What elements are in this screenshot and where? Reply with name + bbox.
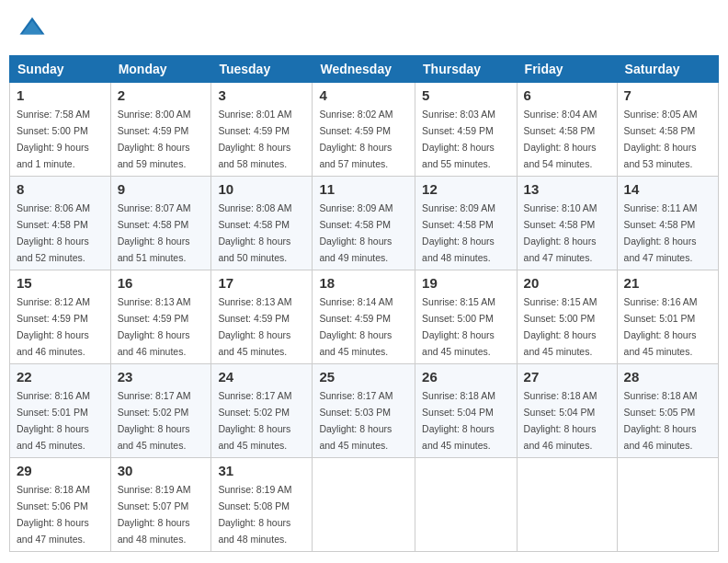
day-number: 15	[17, 275, 104, 291]
calendar-cell	[517, 458, 617, 552]
calendar-cell: 13 Sunrise: 8:10 AMSunset: 4:58 PMDaylig…	[517, 177, 617, 270]
calendar-week-row: 29 Sunrise: 8:18 AMSunset: 5:06 PMDaylig…	[10, 458, 719, 552]
calendar-cell	[617, 458, 718, 552]
calendar-cell: 2 Sunrise: 8:00 AMSunset: 4:59 PMDayligh…	[110, 83, 211, 177]
calendar-cell: 11 Sunrise: 8:09 AMSunset: 4:58 PMDaylig…	[313, 177, 415, 270]
logo	[18, 14, 51, 41]
weekday-header: Friday	[517, 56, 617, 83]
day-info: Sunrise: 8:18 AMSunset: 5:06 PMDaylight:…	[17, 484, 90, 545]
calendar-cell: 1 Sunrise: 7:58 AMSunset: 5:00 PMDayligh…	[10, 83, 111, 177]
day-info: Sunrise: 8:09 AMSunset: 4:58 PMDaylight:…	[319, 202, 392, 263]
calendar-cell: 4 Sunrise: 8:02 AMSunset: 4:59 PMDayligh…	[313, 83, 415, 177]
day-number: 20	[524, 275, 610, 291]
day-info: Sunrise: 8:15 AMSunset: 5:00 PMDaylight:…	[422, 296, 495, 357]
calendar-cell	[415, 458, 518, 552]
weekday-header: Sunday	[10, 56, 111, 83]
day-info: Sunrise: 8:19 AMSunset: 5:07 PMDaylight:…	[118, 484, 191, 545]
day-number: 6	[524, 87, 610, 103]
calendar-cell: 16 Sunrise: 8:13 AMSunset: 4:59 PMDaylig…	[110, 270, 211, 364]
day-info: Sunrise: 8:16 AMSunset: 5:01 PMDaylight:…	[17, 390, 90, 451]
day-number: 10	[218, 181, 305, 197]
day-info: Sunrise: 8:19 AMSunset: 5:08 PMDaylight:…	[218, 484, 291, 545]
day-info: Sunrise: 8:05 AMSunset: 4:58 PMDaylight:…	[624, 109, 698, 169]
day-info: Sunrise: 8:08 AMSunset: 4:58 PMDaylight:…	[218, 202, 291, 263]
calendar-cell: 6 Sunrise: 8:04 AMSunset: 4:58 PMDayligh…	[517, 83, 617, 177]
day-info: Sunrise: 8:13 AMSunset: 4:59 PMDaylight:…	[218, 296, 291, 357]
day-info: Sunrise: 8:17 AMSunset: 5:02 PMDaylight:…	[218, 390, 291, 451]
page-header	[9, 9, 719, 46]
weekday-header: Thursday	[415, 56, 518, 83]
day-number: 19	[422, 275, 510, 291]
calendar-cell: 14 Sunrise: 8:11 AMSunset: 4:58 PMDaylig…	[617, 177, 718, 270]
calendar-week-row: 1 Sunrise: 7:58 AMSunset: 5:00 PMDayligh…	[10, 83, 719, 177]
calendar-cell: 20 Sunrise: 8:15 AMSunset: 5:00 PMDaylig…	[517, 270, 617, 364]
day-number: 23	[118, 369, 205, 385]
calendar-cell: 12 Sunrise: 8:09 AMSunset: 4:58 PMDaylig…	[415, 177, 518, 270]
calendar-cell: 24 Sunrise: 8:17 AMSunset: 5:02 PMDaylig…	[211, 364, 313, 458]
day-number: 18	[319, 275, 408, 291]
day-number: 9	[118, 181, 205, 197]
calendar-cell: 10 Sunrise: 8:08 AMSunset: 4:58 PMDaylig…	[211, 177, 313, 270]
day-number: 30	[118, 463, 205, 478]
calendar-week-row: 8 Sunrise: 8:06 AMSunset: 4:58 PMDayligh…	[10, 177, 719, 270]
calendar-cell: 18 Sunrise: 8:14 AMSunset: 4:59 PMDaylig…	[313, 270, 415, 364]
day-number: 1	[17, 87, 104, 103]
weekday-header: Saturday	[617, 56, 718, 83]
day-number: 21	[624, 275, 711, 291]
day-number: 29	[17, 463, 104, 478]
day-number: 8	[17, 181, 104, 197]
day-info: Sunrise: 8:02 AMSunset: 4:59 PMDaylight:…	[319, 109, 392, 169]
day-info: Sunrise: 7:58 AMSunset: 5:00 PMDaylight:…	[17, 109, 90, 169]
calendar-cell: 26 Sunrise: 8:18 AMSunset: 5:04 PMDaylig…	[415, 364, 518, 458]
day-info: Sunrise: 8:00 AMSunset: 4:59 PMDaylight:…	[118, 109, 191, 169]
day-number: 22	[17, 369, 104, 385]
calendar-cell: 27 Sunrise: 8:18 AMSunset: 5:04 PMDaylig…	[517, 364, 617, 458]
day-info: Sunrise: 8:15 AMSunset: 5:00 PMDaylight:…	[524, 296, 597, 357]
calendar-cell: 8 Sunrise: 8:06 AMSunset: 4:58 PMDayligh…	[10, 177, 111, 270]
calendar-cell: 30 Sunrise: 8:19 AMSunset: 5:07 PMDaylig…	[110, 458, 211, 552]
weekday-header: Monday	[110, 56, 211, 83]
day-number: 31	[218, 463, 305, 478]
calendar-cell: 21 Sunrise: 8:16 AMSunset: 5:01 PMDaylig…	[617, 270, 718, 364]
logo-icon	[18, 14, 46, 41]
day-info: Sunrise: 8:07 AMSunset: 4:58 PMDaylight:…	[118, 202, 191, 263]
day-number: 4	[319, 87, 408, 103]
day-info: Sunrise: 8:01 AMSunset: 4:59 PMDaylight:…	[218, 109, 291, 169]
calendar-cell: 28 Sunrise: 8:18 AMSunset: 5:05 PMDaylig…	[617, 364, 718, 458]
day-info: Sunrise: 8:18 AMSunset: 5:05 PMDaylight:…	[624, 390, 698, 451]
calendar-cell: 22 Sunrise: 8:16 AMSunset: 5:01 PMDaylig…	[10, 364, 111, 458]
day-info: Sunrise: 8:17 AMSunset: 5:03 PMDaylight:…	[319, 390, 392, 451]
day-info: Sunrise: 8:06 AMSunset: 4:58 PMDaylight:…	[17, 202, 90, 263]
day-number: 17	[218, 275, 305, 291]
calendar-cell	[313, 458, 415, 552]
calendar-cell: 5 Sunrise: 8:03 AMSunset: 4:59 PMDayligh…	[415, 83, 518, 177]
calendar-cell: 15 Sunrise: 8:12 AMSunset: 4:59 PMDaylig…	[10, 270, 111, 364]
calendar-cell: 29 Sunrise: 8:18 AMSunset: 5:06 PMDaylig…	[10, 458, 111, 552]
day-info: Sunrise: 8:10 AMSunset: 4:58 PMDaylight:…	[524, 202, 597, 263]
calendar-cell: 25 Sunrise: 8:17 AMSunset: 5:03 PMDaylig…	[313, 364, 415, 458]
day-info: Sunrise: 8:16 AMSunset: 5:01 PMDaylight:…	[624, 296, 698, 357]
day-info: Sunrise: 8:14 AMSunset: 4:59 PMDaylight:…	[319, 296, 392, 357]
day-info: Sunrise: 8:17 AMSunset: 5:02 PMDaylight:…	[118, 390, 191, 451]
day-number: 28	[624, 369, 711, 385]
weekday-header: Tuesday	[211, 56, 313, 83]
day-info: Sunrise: 8:03 AMSunset: 4:59 PMDaylight:…	[422, 109, 495, 169]
calendar-header-row: SundayMondayTuesdayWednesdayThursdayFrid…	[10, 56, 719, 83]
day-info: Sunrise: 8:12 AMSunset: 4:59 PMDaylight:…	[17, 296, 90, 357]
day-number: 5	[422, 87, 510, 103]
calendar-cell: 31 Sunrise: 8:19 AMSunset: 5:08 PMDaylig…	[211, 458, 313, 552]
calendar-table: SundayMondayTuesdayWednesdayThursdayFrid…	[9, 55, 719, 552]
calendar-week-row: 22 Sunrise: 8:16 AMSunset: 5:01 PMDaylig…	[10, 364, 719, 458]
day-number: 12	[422, 181, 510, 197]
calendar-cell: 7 Sunrise: 8:05 AMSunset: 4:58 PMDayligh…	[617, 83, 718, 177]
day-number: 25	[319, 369, 408, 385]
day-info: Sunrise: 8:04 AMSunset: 4:58 PMDaylight:…	[524, 109, 597, 169]
calendar-cell: 17 Sunrise: 8:13 AMSunset: 4:59 PMDaylig…	[211, 270, 313, 364]
day-number: 16	[118, 275, 205, 291]
day-number: 3	[218, 87, 305, 103]
day-number: 24	[218, 369, 305, 385]
day-number: 2	[118, 87, 205, 103]
day-number: 14	[624, 181, 711, 197]
calendar-cell: 9 Sunrise: 8:07 AMSunset: 4:58 PMDayligh…	[110, 177, 211, 270]
day-number: 27	[524, 369, 610, 385]
